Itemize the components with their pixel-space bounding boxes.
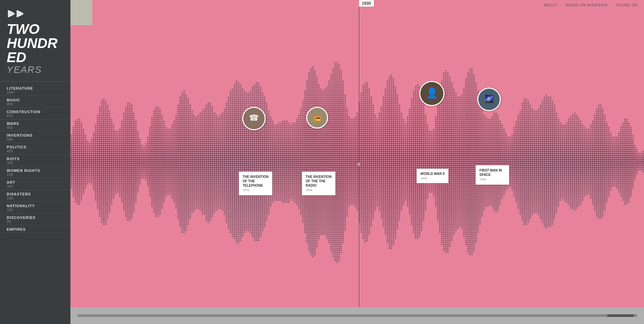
svg-point-14598: [596, 149, 598, 150]
scrollbar-thumb[interactable]: [607, 314, 634, 317]
svg-point-12802: [524, 114, 525, 116]
sidebar-item-literature[interactable]: LITERATURE 1497: [0, 84, 70, 96]
svg-point-14004: [568, 141, 570, 142]
svg-point-1520: [147, 157, 149, 158]
svg-point-3459: [224, 203, 225, 205]
svg-point-967: [119, 145, 121, 146]
svg-point-2498: [187, 147, 189, 148]
svg-point-10735: [449, 195, 451, 197]
svg-point-11759: [475, 199, 477, 201]
svg-point-12186: [491, 193, 493, 195]
sidebar-item-construction[interactable]: CONSTRUCTION 672: [0, 108, 70, 120]
sound-toggle[interactable]: SOUND ON: [616, 3, 637, 7]
svg-point-10687: [449, 98, 451, 100]
svg-point-12838: [524, 187, 525, 189]
svg-point-1357: [133, 201, 135, 203]
svg-point-2434: [185, 151, 187, 152]
svg-point-11780: [475, 241, 477, 243]
sidebar-item-nationality[interactable]: NATIONALITY 154: [0, 202, 70, 214]
svg-point-8130: [367, 137, 368, 138]
waveform-visualization[interactable]: [70, 17, 644, 307]
svg-point-2148: [177, 114, 179, 116]
svg-point-7653: [351, 153, 352, 154]
svg-point-249: [83, 171, 85, 173]
svg-point-10918: [455, 102, 457, 104]
sidebar-item-inventions[interactable]: INVENTIONS 508: [0, 131, 70, 143]
svg-point-13096: [534, 121, 535, 122]
svg-point-5156: [274, 191, 276, 193]
svg-point-11810: [477, 149, 479, 150]
svg-point-182: [79, 191, 80, 193]
svg-point-7733: [355, 139, 356, 140]
event-circle-space[interactable]: 🌌: [477, 88, 501, 111]
svg-point-4568: [256, 100, 258, 102]
svg-point-1345: [133, 177, 135, 179]
svg-point-14586: [596, 125, 598, 126]
svg-point-8535: [381, 141, 382, 142]
svg-point-3686: [232, 137, 233, 138]
svg-point-4405: [250, 231, 252, 233]
svg-point-7429: [342, 163, 344, 165]
svg-point-1325: [133, 137, 135, 138]
sidebar-item-wars[interactable]: WARS 655: [0, 120, 70, 131]
event-card-radio[interactable]: THE INVENTION OF THE THE RADIO 1894: [302, 172, 335, 195]
svg-point-13428: [544, 225, 545, 227]
svg-point-636: [103, 205, 105, 207]
svg-point-13477: [546, 191, 547, 193]
svg-point-8545: [381, 161, 382, 163]
sidebar-item-discoveries[interactable]: DISCOVERIES 95: [0, 214, 70, 225]
event-card-space[interactable]: FIRST MAN IN SPACE 1959: [476, 165, 509, 185]
svg-point-5563: [296, 133, 298, 134]
scrollbar-track[interactable]: [77, 314, 637, 317]
bottom-scrollbar[interactable]: [70, 307, 644, 324]
svg-point-11220: [463, 169, 465, 171]
svg-point-11350: [467, 98, 469, 100]
svg-point-1086: [125, 112, 127, 114]
about-link[interactable]: ABOUT: [544, 3, 557, 7]
event-card-wwii[interactable]: WORLD WAR II 1939: [417, 169, 448, 184]
svg-point-13412: [544, 193, 545, 195]
svg-point-675: [105, 159, 107, 160]
svg-point-12112: [489, 133, 491, 134]
svg-point-9232: [399, 185, 400, 187]
svg-point-13101: [534, 131, 535, 132]
wikipedia-link[interactable]: BASED ON WIKIPEDIA: [566, 3, 607, 7]
svg-point-428: [97, 131, 99, 132]
svg-point-2967: [206, 159, 207, 160]
sidebar-item-riots[interactable]: RIOTS 326: [0, 155, 70, 167]
svg-point-14730: [600, 187, 602, 189]
event-card-telephone[interactable]: THE INVENTION OF THE TELEPHONE 1876: [239, 172, 272, 195]
svg-point-13141: [534, 211, 535, 213]
svg-point-5007: [268, 155, 270, 156]
sidebar-item-women-rights[interactable]: WOMEN RIGHTS 238: [0, 167, 70, 178]
svg-point-3828: [236, 110, 237, 112]
svg-point-10762: [451, 84, 453, 86]
svg-point-15344: [636, 161, 638, 163]
svg-point-7603: [348, 141, 350, 142]
sidebar-item-art[interactable]: ART 160: [0, 178, 70, 190]
svg-point-1582: [151, 141, 153, 142]
svg-point-7184: [336, 233, 338, 235]
sidebar-item-music[interactable]: MUSIC 899: [0, 96, 70, 108]
svg-point-13340: [542, 175, 543, 177]
svg-point-14574: [594, 203, 596, 205]
svg-point-8219: [369, 163, 370, 165]
sidebar-item-disasters[interactable]: DISASTERS 158: [0, 190, 70, 202]
svg-point-3652: [230, 213, 231, 215]
svg-point-7006: [334, 74, 336, 76]
svg-point-12203: [493, 133, 495, 134]
svg-point-2200: [179, 96, 181, 98]
svg-point-3610: [230, 129, 231, 130]
svg-point-1090: [125, 121, 127, 122]
svg-point-1219: [129, 147, 131, 148]
svg-point-14400: [586, 159, 588, 160]
svg-point-14594: [596, 141, 598, 142]
svg-point-11017: [457, 167, 459, 169]
sidebar-item-empires[interactable]: EMPIRES: [0, 225, 70, 233]
svg-point-948: [117, 171, 119, 173]
svg-point-1263: [131, 119, 133, 120]
svg-point-2543: [190, 117, 191, 118]
sidebar-item-politics[interactable]: POLITICS 459: [0, 143, 70, 155]
svg-point-10603: [447, 106, 449, 108]
year-indicator: 1930: [359, 0, 374, 7]
